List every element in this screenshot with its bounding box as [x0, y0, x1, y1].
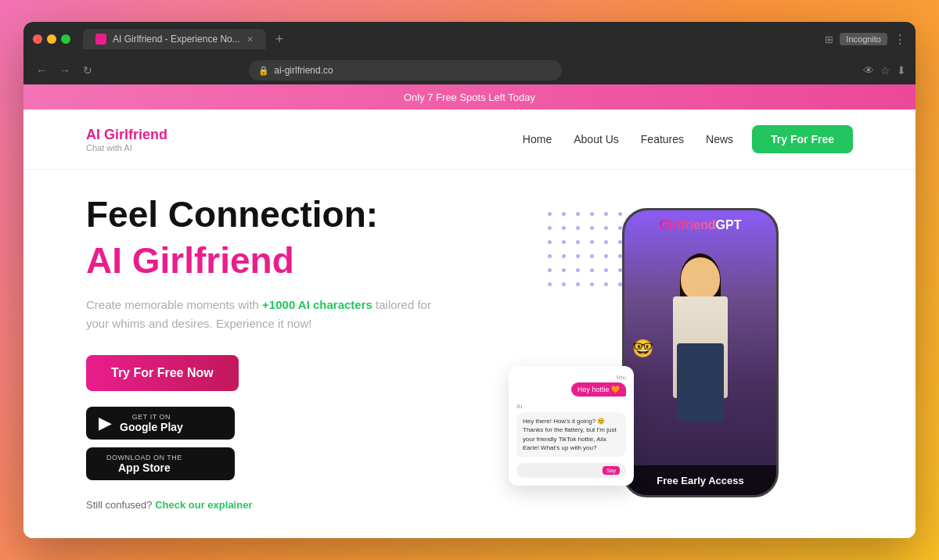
dot-pattern-item: [604, 226, 608, 230]
nav-home[interactable]: Home: [523, 133, 552, 145]
phone-brand-colored: Girlfriend: [660, 218, 716, 232]
chat-ai-label: AI: [516, 403, 626, 410]
phone-person-figure: [661, 257, 739, 437]
hero-title-line1: Feel Connection:: [86, 195, 454, 235]
dot-pattern-item: [548, 212, 552, 216]
nav-about[interactable]: About Us: [574, 133, 619, 145]
phone-free-access-text: Free Early Access: [657, 475, 744, 486]
dot-pattern-item: [548, 226, 552, 230]
incognito-badge: Incognito: [840, 33, 887, 45]
confused-prefix: Still confused?: [86, 499, 153, 511]
navbar: AI Girlfriend Chat with AI Home About Us…: [23, 109, 916, 170]
tab-close-button[interactable]: ✕: [246, 34, 254, 45]
hero-right: // Will be rendered via JS below You Hey…: [485, 204, 853, 501]
google-play-sub: GET IT ON: [120, 413, 183, 421]
dot-pattern-item: [604, 268, 608, 272]
browser-chrome: AI Girlfriend - Experience No... ✕ + ⊞ I…: [23, 22, 916, 84]
nav-links: Home About Us Features News: [523, 133, 733, 145]
browser-tab[interactable]: AI Girlfriend - Experience No... ✕: [83, 29, 266, 49]
dot-pattern-item: [562, 226, 566, 230]
minimize-dot[interactable]: [47, 34, 56, 44]
dot-pattern-item: [562, 254, 566, 258]
logo-area: AI Girlfriend Chat with AI: [86, 127, 167, 153]
app-store-sub: Download on the: [106, 454, 182, 461]
dot-pattern-item: [576, 268, 580, 272]
dot-pattern-item: [576, 226, 580, 230]
dot-pattern-item: [604, 254, 608, 258]
dot-pattern-item: [562, 268, 566, 272]
chat-user-label: You: [516, 374, 626, 381]
hero-title-line2: AI Girlfriend: [86, 241, 454, 281]
dot-pattern-item: [590, 282, 594, 286]
phone-head: [681, 257, 720, 300]
chat-ai-message: AI Hey there! How's it going? 😊 Thanks f…: [516, 403, 626, 457]
confused-link[interactable]: Check our explainer: [155, 499, 252, 511]
tab-title: AI Girlfriend - Experience No...: [113, 34, 240, 45]
maximize-dot[interactable]: [61, 34, 70, 44]
close-dot[interactable]: [33, 34, 42, 44]
dot-pattern-item: [548, 254, 552, 258]
phone-mockup: GirlfriendGPT 🤓 Free Early Access: [622, 208, 779, 497]
dot-pattern-item: [562, 240, 566, 244]
hero-description: Create memorable moments with +1000 AI c…: [86, 296, 454, 333]
app-store-main: App Store: [106, 461, 182, 474]
chat-send-bar: Say: [516, 463, 626, 478]
chat-send-button[interactable]: Say: [603, 466, 620, 475]
phone-bottom-bar: Free Early Access: [624, 465, 776, 495]
phone-legs: [677, 343, 724, 422]
hero-left: Feel Connection: AI Girlfriend Create me…: [86, 195, 454, 511]
google-play-main: Google Play: [120, 421, 183, 433]
dot-pattern-item: [576, 254, 580, 258]
phone-label-top: GirlfriendGPT: [624, 218, 776, 232]
dot-pattern-item: [576, 212, 580, 216]
browser-actions: ⊞ Incognito ⋮: [825, 32, 906, 47]
logo-subtitle: Chat with AI: [86, 143, 167, 153]
browser-titlebar: AI Girlfriend - Experience No... ✕ + ⊞ I…: [23, 22, 916, 56]
app-store-text: Download on the App Store: [106, 454, 182, 474]
hero-cta-button[interactable]: Try For Free Now: [86, 355, 239, 391]
dot-pattern-item: [590, 254, 594, 258]
confused-text: Still confused? Check our explainer: [86, 499, 454, 511]
dot-pattern-item: [618, 212, 622, 216]
hero-section: Feel Connection: AI Girlfriend Create me…: [23, 170, 916, 536]
reload-button[interactable]: ↻: [80, 63, 95, 78]
new-tab-button[interactable]: +: [275, 31, 284, 48]
dot-pattern-item: [576, 282, 580, 286]
phone-emoji: 🤓: [632, 339, 653, 359]
phone-brand-gpt: GPT: [716, 218, 742, 232]
nav-news[interactable]: News: [706, 133, 733, 145]
app-store-button[interactable]: Download on the App Store: [86, 447, 235, 480]
google-play-button[interactable]: ▶ GET IT ON Google Play: [86, 407, 235, 440]
dot-pattern-item: [562, 282, 566, 286]
browser-dots: [33, 34, 70, 44]
phone-video-bg: GirlfriendGPT 🤓 Free Early Access: [624, 210, 776, 495]
browser-window: AI Girlfriend - Experience No... ✕ + ⊞ I…: [23, 22, 916, 538]
browser-menu-icon[interactable]: ⋮: [894, 32, 906, 47]
dot-pattern-item: [548, 240, 552, 244]
forward-button[interactable]: →: [56, 63, 74, 78]
lock-icon: 🔒: [258, 66, 269, 76]
chat-ai-bubble: Hey there! How's it going? 😊 Thanks for …: [516, 412, 626, 457]
dot-pattern-item: [590, 212, 594, 216]
navbar-cta-button[interactable]: Try For Free: [752, 125, 853, 153]
phone-screen: GirlfriendGPT 🤓 Free Early Access: [624, 210, 776, 495]
address-bar[interactable]: 🔒 ai-girlfriend.co: [249, 60, 562, 81]
dot-pattern-item: [590, 226, 594, 230]
dot-pattern-item: [590, 240, 594, 244]
chat-user-message: You Hey hottie 🧡: [516, 374, 626, 397]
nav-features[interactable]: Features: [641, 133, 684, 145]
tab-favicon: [95, 34, 106, 45]
hero-desc-highlight: +1000 AI characters: [262, 298, 372, 311]
announcement-text: Only 7 Free Spots Left Today: [404, 92, 535, 103]
logo-text: AI Girlfriend: [86, 127, 167, 143]
download-icon: ⬇: [897, 64, 906, 77]
announcement-bar: Only 7 Free Spots Left Today: [23, 84, 916, 109]
chat-mockup: You Hey hottie 🧡 AI Hey there! How's it …: [509, 366, 634, 486]
browser-right-actions: 👁 ☆ ⬇: [863, 64, 906, 77]
dot-pattern-item: [604, 212, 608, 216]
bookmark-icon[interactable]: ☆: [880, 64, 890, 77]
dot-pattern-item: [548, 282, 552, 286]
dot-pattern-item: [604, 240, 608, 244]
browser-addressbar: ← → ↻ 🔒 ai-girlfriend.co 👁 ☆ ⬇: [23, 56, 916, 84]
back-button[interactable]: ←: [33, 63, 50, 78]
